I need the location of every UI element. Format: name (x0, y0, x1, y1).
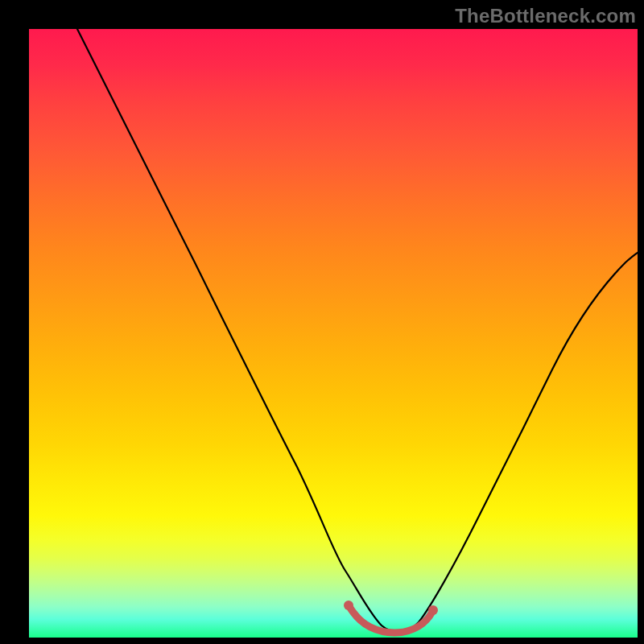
bottleneck-chart: TheBottleneck.com (0, 0, 644, 644)
watermark-text: TheBottleneck.com (455, 5, 636, 27)
bottleneck-curve-line (77, 29, 638, 632)
optimal-zone-endpoint-right (428, 605, 438, 615)
optimal-zone-endpoint-left (344, 601, 353, 610)
curve-layer (29, 29, 638, 638)
plot-area (29, 29, 638, 638)
